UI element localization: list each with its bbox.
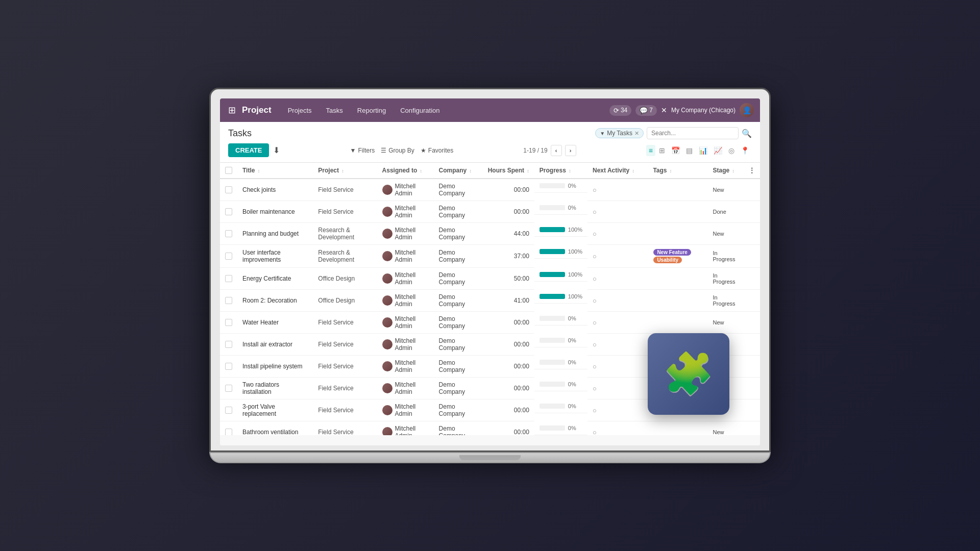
task-project[interactable]: Field Service bbox=[313, 179, 377, 201]
task-project[interactable]: Office Design bbox=[313, 268, 377, 290]
task-stage: In Progress bbox=[708, 268, 744, 290]
nav-projects[interactable]: Projects bbox=[282, 104, 318, 117]
progress-bar bbox=[540, 249, 565, 254]
row-checkbox[interactable] bbox=[220, 356, 237, 378]
next-page-button[interactable]: › bbox=[565, 145, 576, 156]
task-project[interactable]: Field Service bbox=[313, 421, 377, 436]
task-project[interactable]: Field Service bbox=[313, 378, 377, 399]
col-stage[interactable]: Stage ↕ bbox=[708, 163, 744, 179]
activity-circle-icon[interactable]: ○ bbox=[593, 253, 597, 260]
activity-circle-icon[interactable]: ○ bbox=[593, 230, 597, 238]
task-title[interactable]: Water Heater bbox=[237, 312, 313, 334]
select-all-header[interactable] bbox=[220, 163, 237, 179]
task-project[interactable]: Research & Development bbox=[313, 223, 377, 245]
task-project[interactable]: Field Service bbox=[313, 399, 377, 421]
message-badge[interactable]: 💬 7 bbox=[635, 105, 657, 116]
task-title[interactable]: Two radiators installation bbox=[237, 378, 313, 399]
task-title[interactable]: Room 2: Decoration bbox=[237, 290, 313, 312]
activity-circle-icon[interactable]: ○ bbox=[593, 186, 597, 194]
table-row[interactable]: Boiler maintenanceField ServiceMitchell … bbox=[220, 201, 760, 223]
row-checkbox[interactable] bbox=[220, 378, 237, 399]
task-title[interactable]: Install pipeline system bbox=[237, 356, 313, 378]
task-title[interactable]: Energy Certificate bbox=[237, 268, 313, 290]
task-title[interactable]: Bathroom ventilation bbox=[237, 421, 313, 436]
nav-reporting[interactable]: Reporting bbox=[351, 104, 392, 117]
row-checkbox[interactable] bbox=[220, 268, 237, 290]
activity-circle-icon[interactable]: ○ bbox=[593, 429, 597, 436]
col-actions[interactable]: ⋮ bbox=[744, 163, 760, 179]
create-button[interactable]: CREATE bbox=[228, 143, 269, 157]
filters-button[interactable]: ▼ Filters bbox=[350, 147, 375, 154]
row-checkbox[interactable] bbox=[220, 201, 237, 223]
activity-circle-icon[interactable]: ○ bbox=[593, 319, 597, 327]
col-progress[interactable]: Progress ↕ bbox=[534, 163, 587, 179]
row-checkbox[interactable] bbox=[220, 223, 237, 245]
row-checkbox[interactable] bbox=[220, 290, 237, 312]
prev-page-button[interactable]: ‹ bbox=[551, 145, 562, 156]
group-by-button[interactable]: ☰ Group By bbox=[381, 147, 414, 154]
col-title[interactable]: Title ↕ bbox=[237, 163, 313, 179]
row-actions bbox=[744, 245, 760, 268]
col-project[interactable]: Project ↕ bbox=[313, 163, 377, 179]
task-title[interactable]: Planning and budget bbox=[237, 223, 313, 245]
task-title[interactable]: Install air extractor bbox=[237, 334, 313, 356]
activity-circle-icon[interactable]: ○ bbox=[593, 275, 597, 283]
col-assigned[interactable]: Assigned to ↕ bbox=[377, 163, 434, 179]
nav-tasks[interactable]: Tasks bbox=[320, 104, 349, 117]
nav-configuration[interactable]: Configuration bbox=[394, 104, 446, 117]
task-project[interactable]: Field Service bbox=[313, 312, 377, 334]
search-icon[interactable]: 🔍 bbox=[742, 129, 752, 138]
activity-circle-icon[interactable]: ○ bbox=[593, 363, 597, 370]
task-assigned: Mitchell Admin bbox=[377, 399, 434, 421]
task-project[interactable]: Field Service bbox=[313, 201, 377, 223]
task-title[interactable]: Check joints bbox=[237, 179, 313, 201]
table-row[interactable]: Room 2: DecorationOffice DesignMitchell … bbox=[220, 290, 760, 312]
task-title[interactable]: Boiler maintenance bbox=[237, 201, 313, 223]
activity-circle-icon[interactable]: ○ bbox=[593, 407, 597, 414]
activity-circle-icon[interactable]: ○ bbox=[593, 341, 597, 348]
kanban-view-button[interactable]: ⊞ bbox=[656, 145, 668, 156]
remove-filter-icon[interactable]: ✕ bbox=[634, 130, 639, 137]
task-project[interactable]: Office Design bbox=[313, 290, 377, 312]
row-checkbox[interactable] bbox=[220, 334, 237, 356]
table-row[interactable]: Planning and budgetResearch & Developmen… bbox=[220, 223, 760, 245]
table-row[interactable]: Energy CertificateOffice DesignMitchell … bbox=[220, 268, 760, 290]
task-title[interactable]: 3-port Valve replacement bbox=[237, 399, 313, 421]
col-company[interactable]: Company ↕ bbox=[434, 163, 483, 179]
activity-badge[interactable]: ⟳ 34 bbox=[609, 105, 631, 116]
graph-view-button[interactable]: 📈 bbox=[711, 145, 725, 156]
task-next-activity: ○ bbox=[587, 223, 648, 245]
favorites-button[interactable]: ★ Favorites bbox=[421, 147, 453, 154]
col-hours[interactable]: Hours Spent ↕ bbox=[483, 163, 534, 179]
row-checkbox[interactable] bbox=[220, 399, 237, 421]
row-checkbox[interactable] bbox=[220, 312, 237, 334]
row-checkbox[interactable] bbox=[220, 421, 237, 436]
task-project[interactable]: Field Service bbox=[313, 356, 377, 378]
list-view-button[interactable]: ≡ bbox=[646, 145, 655, 156]
col-next-activity[interactable]: Next Activity ↕ bbox=[587, 163, 648, 179]
task-project[interactable]: Field Service bbox=[313, 334, 377, 356]
activity-circle-icon[interactable]: ○ bbox=[593, 208, 597, 216]
row-checkbox[interactable] bbox=[220, 179, 237, 201]
avatar[interactable]: 👤 bbox=[740, 103, 754, 117]
pivot-view-button[interactable]: 📊 bbox=[696, 145, 710, 156]
task-project[interactable]: Research & Development bbox=[313, 245, 377, 268]
activity-circle-icon[interactable]: ○ bbox=[593, 385, 597, 392]
row-checkbox[interactable] bbox=[220, 245, 237, 268]
task-tags bbox=[648, 312, 707, 334]
apps-grid-icon[interactable]: ⊞ bbox=[226, 103, 238, 118]
activity-view-button[interactable]: ◎ bbox=[726, 145, 737, 156]
table-row[interactable]: Water HeaterField ServiceMitchell AdminD… bbox=[220, 312, 760, 334]
close-icon[interactable]: ✕ bbox=[661, 106, 667, 114]
gantt-view-button[interactable]: ▤ bbox=[683, 145, 695, 156]
calendar-view-button[interactable]: 📅 bbox=[669, 145, 682, 156]
task-title[interactable]: User interface improvements bbox=[237, 245, 313, 268]
table-row[interactable]: Check jointsField ServiceMitchell AdminD… bbox=[220, 179, 760, 201]
col-tags[interactable]: Tags ↕ bbox=[648, 163, 707, 179]
table-row[interactable]: User interface improvementsResearch & De… bbox=[220, 245, 760, 268]
download-button[interactable]: ⬇ bbox=[273, 145, 280, 155]
search-input[interactable] bbox=[647, 127, 739, 139]
table-row[interactable]: Bathroom ventilationField ServiceMitchel… bbox=[220, 421, 760, 436]
map-view-button[interactable]: 📍 bbox=[738, 145, 752, 156]
activity-circle-icon[interactable]: ○ bbox=[593, 297, 597, 305]
